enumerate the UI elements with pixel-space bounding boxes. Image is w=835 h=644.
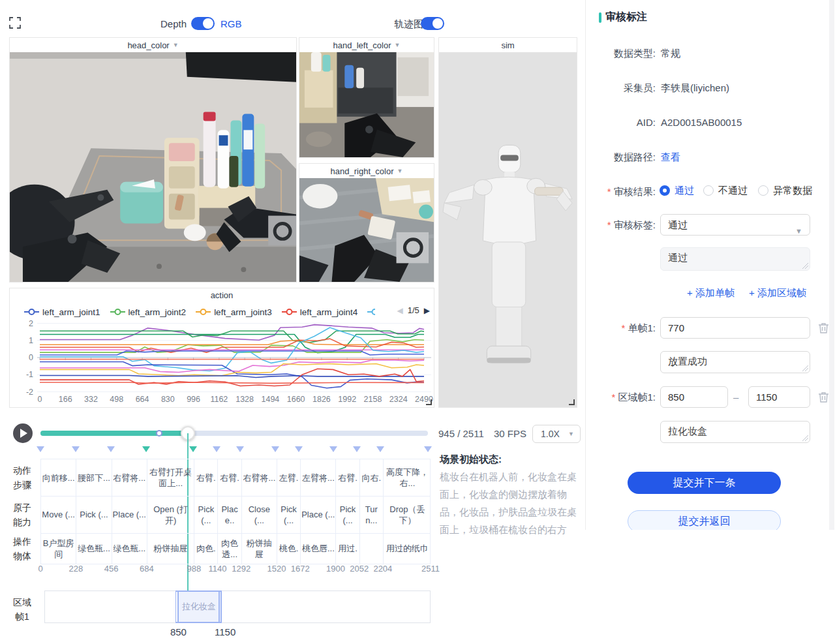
table-cell[interactable]: 左臂将... bbox=[301, 459, 336, 496]
table-cell[interactable]: 高度下降，右... bbox=[384, 459, 431, 496]
timeline-marker-icon[interactable] bbox=[72, 446, 80, 452]
fullscreen-icon[interactable] bbox=[9, 17, 21, 29]
region-left-handle[interactable] bbox=[175, 592, 179, 622]
table-cell[interactable]: 左臂. bbox=[277, 459, 301, 496]
resize-corner-icon[interactable] bbox=[425, 398, 433, 406]
delete-region-frame-icon[interactable] bbox=[818, 391, 829, 403]
submit-back-button[interactable]: 提交并返回 bbox=[628, 510, 781, 530]
table-cell[interactable]: 右臂将... bbox=[242, 459, 277, 496]
region-frame-block[interactable]: 拉化妆盒 bbox=[175, 590, 222, 623]
scene-title: 场景初始状态: bbox=[440, 450, 582, 468]
table-cell[interactable]: Open (打开) bbox=[147, 496, 194, 533]
resize-grip-icon[interactable] bbox=[802, 365, 808, 371]
table-cell[interactable]: Turn... bbox=[360, 496, 384, 533]
region-start-input[interactable] bbox=[660, 386, 728, 408]
region-frame-note[interactable]: 拉化妆盒 bbox=[660, 421, 810, 443]
hand-right-camera-dropdown[interactable]: hand_right_color ▼ bbox=[299, 164, 434, 178]
add-region-frame-link[interactable]: + 添加区域帧 bbox=[749, 287, 806, 299]
region-frame-bar[interactable]: 拉化妆盒 bbox=[44, 590, 431, 623]
hand-right-camera-image bbox=[299, 178, 434, 282]
timeline-slider[interactable] bbox=[40, 431, 428, 436]
table-cell[interactable]: 向前移... bbox=[41, 459, 76, 496]
hand-left-camera-dropdown[interactable]: hand_left_color ▼ bbox=[299, 38, 434, 52]
radio-unselected[interactable] bbox=[703, 185, 714, 196]
timeline-marker-icon[interactable] bbox=[107, 446, 115, 452]
radio-unselected[interactable] bbox=[758, 185, 768, 196]
table-cell[interactable]: 桃色. bbox=[277, 533, 301, 564]
table-cell[interactable]: 腰部下... bbox=[76, 459, 112, 496]
table-cell[interactable]: Pick (... bbox=[336, 496, 359, 533]
timeline-marker-icon[interactable] bbox=[236, 446, 244, 452]
timeline-marker-icon[interactable] bbox=[142, 446, 150, 452]
table-cell[interactable]: 肉色. bbox=[194, 533, 218, 564]
app-root: Depth RGB 轨迹图 head_color ▼ bbox=[0, 0, 835, 644]
table-cell[interactable]: Move (... bbox=[41, 496, 76, 533]
table-cell[interactable]: 肉色透... bbox=[218, 533, 241, 564]
action-chart-plot[interactable]: 210-1-2016633249866483099611621328149416… bbox=[10, 288, 434, 407]
table-cell[interactable]: Pick (... bbox=[277, 496, 301, 533]
delete-single-frame-icon[interactable] bbox=[818, 322, 829, 334]
timeline-marker-icon[interactable] bbox=[213, 446, 220, 452]
table-cell[interactable]: Place (... bbox=[301, 496, 336, 533]
single-frame-input[interactable] bbox=[660, 317, 810, 339]
table-cell[interactable]: B户型房间 bbox=[41, 533, 76, 564]
review-tag-note[interactable]: 通过 bbox=[660, 247, 810, 271]
timeline-marker-icon[interactable] bbox=[295, 446, 303, 452]
range-dash: – bbox=[733, 391, 738, 404]
table-cell[interactable]: 用过. bbox=[336, 533, 359, 564]
table-cell[interactable]: 右臂打开桌面上... bbox=[147, 459, 194, 496]
radio-selected[interactable] bbox=[660, 185, 670, 196]
data-path-view-link[interactable]: 查看 bbox=[661, 151, 680, 164]
play-button[interactable] bbox=[13, 423, 33, 443]
table-cell[interactable]: 右臂. bbox=[194, 459, 218, 496]
single-frame-note[interactable]: 放置成功 bbox=[660, 351, 810, 373]
trajectory-toggle[interactable] bbox=[421, 17, 444, 30]
resize-grip-icon[interactable] bbox=[802, 435, 808, 441]
hand-right-camera-title: hand_right_color bbox=[331, 166, 394, 176]
table-cell[interactable]: Drop（丢下） bbox=[384, 496, 431, 533]
table-cell[interactable]: 用过的纸巾 bbox=[384, 533, 431, 564]
table-cell[interactable]: 向右. bbox=[360, 459, 384, 496]
add-single-frame-link[interactable]: + 添加单帧 bbox=[687, 287, 735, 299]
depth-rgb-toggle[interactable] bbox=[191, 17, 215, 30]
radio-option-label[interactable]: 通过 bbox=[675, 185, 694, 196]
review-tag-select[interactable]: 通过 ▼ bbox=[660, 214, 810, 236]
table-cell[interactable]: 粉饼抽屉 bbox=[242, 533, 277, 564]
table-cell[interactable]: Place.. bbox=[218, 496, 241, 533]
timeline-marker-icon[interactable] bbox=[376, 446, 384, 452]
table-cell[interactable]: 绿色瓶... bbox=[76, 533, 112, 564]
table-cell[interactable]: 右臂. bbox=[336, 459, 359, 496]
resize-grip-icon[interactable] bbox=[802, 263, 808, 269]
chevron-down-icon: ▼ bbox=[397, 168, 402, 174]
table-cell[interactable] bbox=[360, 533, 384, 564]
speed-select[interactable]: 1.0X ▼ bbox=[532, 425, 581, 443]
timeline-marker-icon[interactable] bbox=[271, 446, 279, 452]
head-camera-dropdown[interactable]: head_color ▼ bbox=[10, 38, 296, 52]
table-cell[interactable]: 桃色唇... bbox=[301, 533, 336, 564]
region-right-handle[interactable] bbox=[219, 592, 222, 622]
region-block-label: 拉化妆盒 bbox=[182, 601, 216, 613]
submit-next-button[interactable]: 提交并下一条 bbox=[628, 472, 781, 494]
table-cell[interactable]: 右臂将... bbox=[112, 459, 147, 496]
frame-axis-label: 1140 bbox=[209, 564, 227, 574]
table-cell[interactable]: 绿色瓶... bbox=[112, 533, 147, 564]
table-cell[interactable]: Pick (... bbox=[76, 496, 112, 533]
table-cell[interactable]: Pick (... bbox=[194, 496, 218, 533]
head-camera-title: head_color bbox=[127, 40, 169, 50]
panel-scrollbar[interactable] bbox=[829, 0, 834, 530]
table-cell[interactable]: 右臂. bbox=[218, 459, 241, 496]
timeline-marker-icon[interactable] bbox=[353, 446, 361, 452]
chevron-down-icon: ▼ bbox=[173, 42, 179, 48]
table-cell[interactable]: Close (... bbox=[242, 496, 277, 533]
timeline-marker-icon[interactable] bbox=[329, 446, 337, 452]
radio-option-label[interactable]: 不通过 bbox=[718, 185, 748, 196]
radio-option-label[interactable]: 异常数据 bbox=[773, 185, 812, 196]
resize-corner-icon[interactable] bbox=[568, 398, 575, 406]
region-end-input[interactable] bbox=[748, 386, 810, 408]
timeline-marker-icon[interactable] bbox=[189, 446, 197, 452]
timeline-marker-icon[interactable] bbox=[37, 446, 44, 452]
svg-text:1992: 1992 bbox=[338, 395, 356, 404]
table-cell[interactable]: 粉饼抽屉 bbox=[147, 533, 194, 564]
timeline-marker-icon[interactable] bbox=[424, 446, 432, 452]
table-cell[interactable]: Place (... bbox=[112, 496, 147, 533]
